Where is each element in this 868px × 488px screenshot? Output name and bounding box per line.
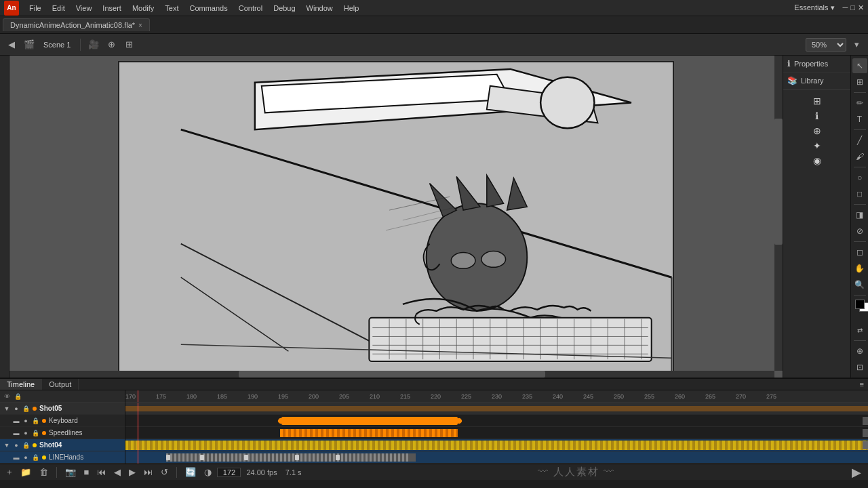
layer-lock-speedlines[interactable]: 🔒 bbox=[31, 429, 39, 437]
menu-modify[interactable]: Modify bbox=[127, 3, 159, 14]
sync-btn[interactable]: 🔄 bbox=[182, 466, 199, 479]
oval-tool[interactable]: ○ bbox=[852, 170, 867, 185]
brush-tool[interactable]: 🖌 bbox=[852, 149, 867, 164]
layer-vis-keyboard[interactable]: ● bbox=[22, 417, 30, 425]
layer-lock-shot05[interactable]: 🔒 bbox=[22, 405, 30, 413]
step-back-btn[interactable]: ⏮ bbox=[94, 466, 108, 479]
timeline-expand-btn[interactable]: ≡ bbox=[856, 379, 868, 390]
canvas-scrollbar-v[interactable] bbox=[774, 56, 783, 371]
zoom-select[interactable]: 50% 25% 75% 100% bbox=[806, 38, 846, 52]
panel-icon-3[interactable]: ⊕ bbox=[813, 125, 821, 136]
menu-control[interactable]: Control bbox=[234, 3, 267, 14]
menu-file[interactable]: File bbox=[24, 3, 46, 14]
ruler-mark-245: 245 bbox=[583, 393, 593, 400]
menu-text[interactable]: Text bbox=[160, 3, 183, 14]
document-tab[interactable]: DynamicAnimeAction_Animatic08.fla* × bbox=[3, 18, 150, 31]
swap-colors-btn[interactable]: ⇄ bbox=[852, 323, 867, 338]
zoom-tool[interactable]: 🔍 bbox=[852, 277, 867, 292]
add-folder-btn[interactable]: 📁 bbox=[18, 466, 34, 479]
timeline-tab[interactable]: Timeline bbox=[0, 379, 42, 390]
eraser-tool[interactable]: ◻ bbox=[852, 245, 867, 260]
timeline-tabs: Timeline Output ≡ bbox=[0, 379, 868, 390]
keyframe-keyboard-mid bbox=[303, 418, 307, 422]
zoom-dropdown-btn[interactable]: ▾ bbox=[849, 37, 864, 52]
close-btn[interactable]: ✕ bbox=[858, 3, 864, 12]
canvas-area[interactable] bbox=[9, 56, 783, 378]
hand-tool[interactable]: ✋ bbox=[852, 261, 867, 276]
grid-btn[interactable]: ⊞ bbox=[121, 37, 136, 52]
scene-label: Scene 1 bbox=[39, 41, 75, 49]
rect-tool[interactable]: □ bbox=[852, 186, 867, 201]
layer-lock-shot04[interactable]: 🔒 bbox=[22, 441, 30, 449]
camera-tool[interactable]: ⊡ bbox=[852, 360, 867, 375]
track-shot04[interactable] bbox=[125, 439, 868, 451]
camera-add-btn[interactable]: 📷 bbox=[62, 466, 79, 479]
full-play-btn[interactable]: ▶ bbox=[849, 464, 864, 481]
stroke-color-swatch[interactable] bbox=[855, 300, 865, 309]
dropper-tool[interactable]: ⊘ bbox=[852, 224, 867, 239]
menu-view[interactable]: View bbox=[71, 3, 97, 14]
maximize-btn[interactable]: □ bbox=[850, 3, 855, 12]
menu-debug[interactable]: Debug bbox=[269, 3, 300, 14]
output-tab[interactable]: Output bbox=[42, 379, 79, 390]
timeline-ruler[interactable]: 170 175 180 185 190 195 200 205 210 215 … bbox=[125, 390, 868, 403]
layer-speedlines[interactable]: ▬ ● 🔒 Speedlines bbox=[0, 427, 125, 439]
layer-shot05[interactable]: ▼ ● 🔒 Shot05 bbox=[0, 403, 125, 415]
back-btn[interactable]: ◀ bbox=[4, 37, 19, 52]
onion-skin-btn[interactable]: ◑ bbox=[201, 466, 214, 479]
library-panel-btn[interactable]: 📚 Library bbox=[783, 73, 850, 89]
ruler-mark-255: 255 bbox=[644, 393, 654, 400]
properties-panel-btn[interactable]: ℹ Properties bbox=[783, 56, 850, 73]
ruler-mark-185: 185 bbox=[217, 393, 227, 400]
line-tool[interactable]: ╱ bbox=[852, 133, 867, 148]
delete-layer-btn[interactable]: 🗑 bbox=[37, 466, 51, 479]
paint-bucket-tool[interactable]: ◨ bbox=[852, 207, 867, 222]
pencil-tool[interactable]: ✏ bbox=[852, 96, 867, 110]
selection-tool[interactable]: ↖ bbox=[852, 58, 867, 73]
track-keyboard[interactable] bbox=[125, 415, 868, 427]
layer-vis-linehands[interactable]: ● bbox=[22, 453, 30, 462]
layer-toggle-shot04[interactable]: ▼ bbox=[3, 441, 11, 449]
layer-vis-shot05[interactable]: ● bbox=[12, 405, 20, 413]
canvas-scrollbar-h[interactable] bbox=[9, 371, 774, 378]
layer-shot04[interactable]: ▼ ● 🔒 Shot04 bbox=[0, 439, 125, 451]
track-shot05[interactable] bbox=[125, 403, 868, 415]
layer-name-linehands: LINEHands bbox=[49, 453, 125, 461]
menu-help[interactable]: Help bbox=[339, 3, 364, 14]
workspace-selector[interactable]: Essentials ▾ bbox=[789, 3, 840, 12]
snap-btn[interactable]: ⊕ bbox=[104, 37, 119, 52]
panel-icon-2[interactable]: ℹ bbox=[815, 110, 818, 121]
add-layer-btn[interactable]: + bbox=[4, 466, 15, 479]
track-speedlines[interactable] bbox=[125, 427, 868, 439]
track-linehands[interactable] bbox=[125, 451, 868, 464]
menu-window[interactable]: Window bbox=[302, 3, 338, 14]
document-tab-close[interactable]: × bbox=[138, 22, 142, 29]
frame-number-input[interactable] bbox=[217, 468, 241, 477]
stop-btn[interactable]: ■ bbox=[81, 466, 92, 479]
panel-icon-4[interactable]: ✦ bbox=[813, 140, 821, 151]
play-btn[interactable]: ▶ bbox=[126, 466, 138, 479]
layer-linehands[interactable]: ▬ ● 🔒 LINEHands bbox=[0, 451, 125, 464]
bone-tool[interactable]: ⊕ bbox=[852, 344, 867, 359]
layer-lock-linehands[interactable]: 🔒 bbox=[31, 453, 39, 462]
layer-lock-keyboard[interactable]: 🔒 bbox=[31, 417, 39, 425]
minimize-btn[interactable]: ─ bbox=[843, 3, 848, 12]
camera-btn[interactable]: 🎥 bbox=[86, 37, 101, 52]
loop-btn[interactable]: ↺ bbox=[158, 466, 171, 479]
layer-vis-shot04[interactable]: ● bbox=[12, 441, 20, 449]
playhead[interactable] bbox=[138, 390, 138, 402]
panel-icon-1[interactable]: ⊞ bbox=[813, 96, 821, 106]
menu-insert[interactable]: Insert bbox=[98, 3, 126, 14]
menu-commands[interactable]: Commands bbox=[184, 3, 232, 14]
menu-edit[interactable]: Edit bbox=[47, 3, 70, 14]
panel-icon-5[interactable]: ◉ bbox=[813, 155, 821, 166]
step-fwd-btn[interactable]: ⏭ bbox=[141, 466, 155, 479]
text-tool[interactable]: T bbox=[852, 112, 867, 127]
layer-keyboard[interactable]: ▬ ● 🔒 Keyboard bbox=[0, 415, 125, 427]
layer-vis-speedlines[interactable]: ● bbox=[22, 429, 30, 437]
transform-tool[interactable]: ⊞ bbox=[852, 75, 867, 89]
properties-label: Properties bbox=[794, 60, 828, 68]
layer-icon-keyboard: ▬ bbox=[12, 417, 20, 425]
layer-toggle-shot05[interactable]: ▼ bbox=[3, 405, 11, 413]
play-back-btn[interactable]: ◀ bbox=[111, 466, 123, 479]
